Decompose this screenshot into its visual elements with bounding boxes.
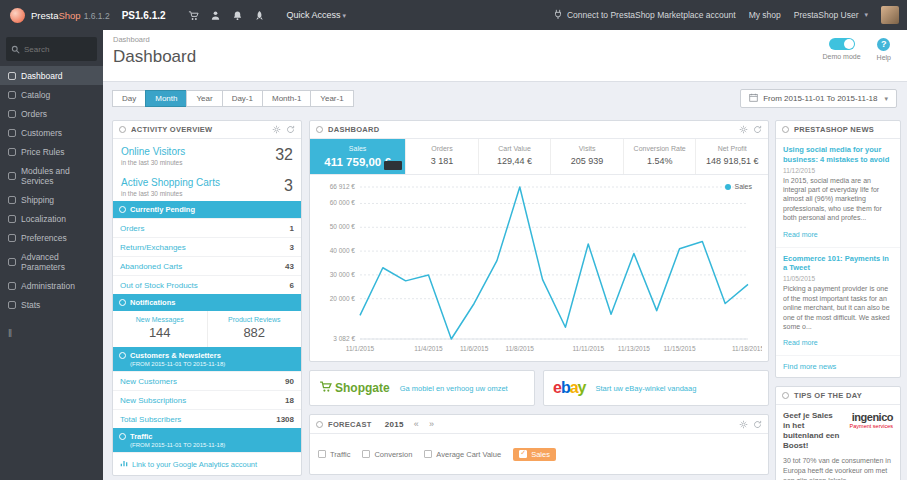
period-year-1-button[interactable]: Year-1 <box>310 90 353 107</box>
forecast-legend-sales[interactable]: Sales <box>513 448 556 461</box>
sidebar-item-stats[interactable]: Stats <box>0 295 103 314</box>
user-menu[interactable]: PrestaShop User▾ <box>794 10 868 20</box>
puzzle-icon <box>8 172 16 180</box>
sidebar-item-preferences[interactable]: Preferences <box>0 228 103 247</box>
sidebar-item-customers[interactable]: Customers <box>0 123 103 142</box>
chart-legend[interactable]: Sales <box>725 183 752 190</box>
activity-icon <box>119 126 126 133</box>
gear-icon[interactable] <box>272 125 281 134</box>
menu-collapse-button[interactable]: ‖ <box>0 314 103 353</box>
person-icon[interactable] <box>210 10 221 21</box>
kpi-sales[interactable]: Sales411 759,00 € <box>310 139 405 174</box>
demo-mode-toggle[interactable] <box>829 38 855 50</box>
customers-row-new-subscriptions[interactable]: New Subscriptions18 <box>113 390 301 409</box>
forecast-legend-conversion[interactable]: Conversion <box>362 450 412 459</box>
google-analytics-link[interactable]: Link to your Google Analytics account <box>113 452 301 475</box>
kpi-period-badge <box>384 161 402 170</box>
forecast-legend-traffic[interactable]: Traffic <box>318 450 350 459</box>
marketplace-link[interactable]: Connect to PrestaShop Marketplace accoun… <box>553 9 736 21</box>
quick-access-menu[interactable]: Quick Access▾ <box>287 10 347 20</box>
gear-icon[interactable] <box>739 125 748 134</box>
customers-row-new-customers[interactable]: New Customers90 <box>113 371 301 390</box>
svg-text:11/13/2015: 11/13/2015 <box>618 345 650 352</box>
kpi-cart-value[interactable]: Cart Value129,44 € <box>478 139 551 174</box>
online-visitors-link[interactable]: Online Visitors <box>121 146 185 157</box>
sidebar-item-administration[interactable]: Administration <box>0 276 103 295</box>
pending-row-abandoned-carts[interactable]: Abandoned Carts43 <box>113 256 301 275</box>
sidebar-item-catalog[interactable]: Catalog <box>0 85 103 104</box>
users-icon <box>119 352 126 359</box>
checkbox-icon <box>318 450 326 458</box>
checkbox-checked-icon <box>519 450 527 458</box>
sidebar-item-dashboard[interactable]: Dashboard <box>0 66 103 85</box>
user-avatar[interactable] <box>881 6 899 24</box>
forecast-year: 2015 <box>385 420 404 429</box>
sliders-icon <box>8 234 16 242</box>
forecast-legend-average-cart-value[interactable]: Average Cart Value <box>424 450 501 459</box>
news-headline-link[interactable]: Ecommerce 101: Payments in a Tweet <box>783 254 893 274</box>
customers-row-total-subscribers[interactable]: Total Subscribers1308 <box>113 409 301 428</box>
bell-icon[interactable] <box>232 10 243 21</box>
chevron-down-icon: ▾ <box>864 11 868 19</box>
period-day-button[interactable]: Day <box>112 90 146 107</box>
sidebar-item-modules[interactable]: Modules and Services <box>0 161 103 190</box>
period-day-1-button[interactable]: Day-1 <box>222 90 263 107</box>
read-more-link[interactable]: Read more <box>783 231 818 238</box>
shopgate-promo-panel: Shopgate Ga mobiel en verhoog uw omzet <box>309 370 535 406</box>
date-range-picker[interactable]: From 2015-11-01 To 2015-11-18 ▾ <box>740 89 897 108</box>
pending-row-out-of-stock[interactable]: Out of Stock Products6 <box>113 275 301 294</box>
news-article: Ecommerce 101: Payments in a Tweet 11/05… <box>776 247 900 356</box>
pending-row-orders[interactable]: Orders1 <box>113 218 301 237</box>
new-messages-cell[interactable]: New Messages144 <box>113 311 207 347</box>
pending-row-returns[interactable]: Return/Exchanges3 <box>113 237 301 256</box>
kpi-conversion-rate[interactable]: Conversion Rate1.54% <box>623 139 696 174</box>
wrench-icon <box>8 258 16 266</box>
ebay-logo[interactable]: ebay <box>553 379 586 397</box>
active-carts-link[interactable]: Active Shopping Carts <box>121 177 220 188</box>
search-input[interactable] <box>24 45 94 54</box>
bar-chart-icon <box>8 301 16 309</box>
online-visitors-value: 32 <box>275 146 293 164</box>
period-year-button[interactable]: Year <box>186 90 222 107</box>
calendar-icon <box>749 93 758 104</box>
tip-body: 30 tot 70% van de consumenten in Europa … <box>783 456 893 480</box>
read-more-link[interactable]: Read more <box>783 339 818 346</box>
book-icon <box>8 91 16 99</box>
refresh-icon[interactable] <box>753 125 762 134</box>
period-month-button[interactable]: Month <box>145 90 187 107</box>
kpi-orders[interactable]: Orders3 181 <box>405 139 478 174</box>
cart-icon <box>319 380 332 396</box>
gear-icon[interactable] <box>739 420 748 429</box>
my-shop-link[interactable]: My shop <box>749 10 781 20</box>
kpi-visits[interactable]: Visits205 939 <box>550 139 623 174</box>
prestashop-logo-icon[interactable] <box>10 8 25 23</box>
shopgate-logo[interactable]: Shopgate <box>319 380 390 396</box>
shop-name-link[interactable]: PS1.6.1.2 <box>122 10 166 21</box>
shopgate-link[interactable]: Ga mobiel en verhoog uw omzet <box>400 384 508 393</box>
product-reviews-cell[interactable]: Product Reviews882 <box>207 311 302 347</box>
rocket-icon[interactable] <box>254 10 265 21</box>
news-article: Using social media for your business: 4 … <box>776 139 900 247</box>
refresh-icon[interactable] <box>286 125 295 134</box>
news-headline-link[interactable]: Using social media for your business: 4 … <box>783 145 893 165</box>
sidebar-item-shipping[interactable]: Shipping <box>0 190 103 209</box>
kpi-net-profit[interactable]: Net Profit148 918,51 € <box>695 139 768 174</box>
ebay-link[interactable]: Start uw eBay-winkel vandaag <box>596 384 697 393</box>
forecast-legend: Traffic Conversion Average Cart Value Sa… <box>310 434 768 474</box>
tips-of-the-day-panel: TIPS OF THE DAY Geef je Sales in het bui… <box>775 386 901 480</box>
sidebar-item-localization[interactable]: Localization <box>0 209 103 228</box>
help-icon[interactable]: ? <box>877 38 890 51</box>
page-header: Dashboard Dashboard Demo mode ? Help <box>103 30 907 82</box>
find-more-news-link[interactable]: Find more news <box>776 355 900 377</box>
sidebar-item-orders[interactable]: Orders <box>0 104 103 123</box>
period-month-1-button[interactable]: Month-1 <box>262 90 311 107</box>
plug-icon <box>553 9 563 21</box>
next-year-button[interactable]: » <box>429 419 434 429</box>
refresh-icon[interactable] <box>753 420 762 429</box>
sidebar-item-advanced-parameters[interactable]: Advanced Parameters <box>0 247 103 276</box>
sidebar-item-price-rules[interactable]: Price Rules <box>0 142 103 161</box>
traffic-header: Traffic(FROM 2015-11-01 TO 2015-11-18) <box>113 428 301 452</box>
brand-text: PrestaShop1.6.1.2 <box>31 10 110 21</box>
prev-year-button[interactable]: « <box>414 419 419 429</box>
cart-icon[interactable] <box>188 10 199 21</box>
